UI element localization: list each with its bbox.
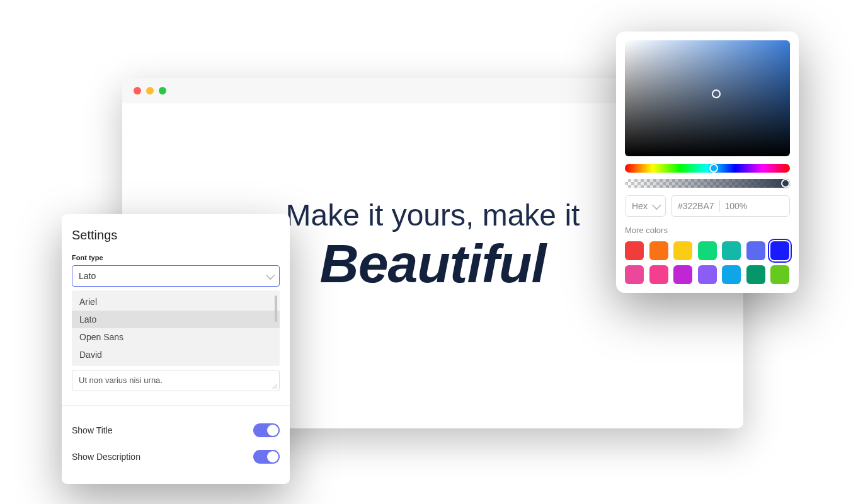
show-title-toggle[interactable] [253, 423, 280, 437]
font-type-value: Lato [79, 271, 96, 281]
hex-value-text: #322BA7 [678, 201, 714, 211]
minimize-window-icon[interactable] [146, 87, 154, 94]
color-input-row: Hex #322BA7 100% [625, 195, 790, 217]
color-swatch[interactable] [722, 265, 741, 284]
show-description-toggle[interactable] [253, 450, 280, 464]
color-swatch[interactable] [698, 241, 717, 260]
opacity-value-text: 100% [725, 201, 748, 211]
color-swatch[interactable] [649, 241, 668, 260]
input-separator [719, 200, 720, 212]
font-type-dropdown: Ariel Lato Open Sans David [72, 290, 280, 366]
settings-divider [62, 405, 290, 406]
more-colors-label: More colors [625, 226, 790, 235]
maximize-window-icon[interactable] [159, 87, 166, 94]
chevron-down-icon [652, 201, 661, 210]
color-picker-panel: Hex #322BA7 100% More colors [616, 32, 799, 293]
gradient-cursor-icon[interactable] [712, 89, 721, 98]
settings-panel: Settings Font type Lato Ariel Lato Open … [62, 214, 290, 484]
hero-emphasis-text: Beautiful [320, 233, 546, 294]
hex-input[interactable]: #322BA7 100% [671, 195, 790, 217]
color-swatch[interactable] [746, 241, 765, 260]
color-swatch-active[interactable] [770, 241, 789, 260]
color-swatch[interactable] [673, 241, 692, 260]
show-description-label: Show Description [72, 452, 140, 462]
textarea-content: Ut non varius nisi urna. [79, 375, 163, 385]
show-title-row: Show Title [72, 417, 280, 444]
font-type-label: Font type [72, 254, 280, 261]
color-swatch[interactable] [746, 265, 765, 284]
toggle-knob [267, 451, 278, 462]
alpha-slider-thumb[interactable] [781, 179, 790, 188]
color-swatch[interactable] [625, 241, 644, 260]
color-swatch[interactable] [673, 265, 692, 284]
font-option-opensans[interactable]: Open Sans [72, 328, 280, 346]
color-swatch[interactable] [770, 265, 789, 284]
show-title-label: Show Title [72, 425, 113, 435]
hero-line-2: Beautiful [320, 232, 546, 295]
color-swatch[interactable] [698, 265, 717, 284]
hue-slider-thumb[interactable] [709, 164, 718, 173]
color-format-select[interactable]: Hex [625, 195, 666, 217]
color-swatch[interactable] [625, 265, 644, 284]
close-window-icon[interactable] [134, 87, 141, 94]
font-option-ariel[interactable]: Ariel [72, 293, 280, 311]
font-option-lato[interactable]: Lato [72, 311, 280, 328]
alpha-slider[interactable] [625, 179, 790, 188]
format-value: Hex [632, 201, 648, 211]
color-swatch-grid [625, 241, 790, 284]
dropdown-scrollbar[interactable] [275, 295, 277, 322]
resize-handle-icon[interactable] [271, 382, 277, 389]
font-option-david[interactable]: David [72, 346, 280, 364]
settings-title: Settings [72, 228, 280, 243]
toggle-knob [267, 425, 278, 436]
color-swatch[interactable] [722, 241, 741, 260]
color-swatch[interactable] [649, 265, 668, 284]
hue-slider[interactable] [625, 164, 790, 173]
chevron-down-icon [266, 271, 275, 280]
description-textarea[interactable]: Ut non varius nisi urna. [72, 370, 280, 391]
font-type-select[interactable]: Lato [72, 265, 280, 287]
show-description-row: Show Description [72, 444, 280, 470]
saturation-lightness-picker[interactable] [625, 40, 790, 156]
